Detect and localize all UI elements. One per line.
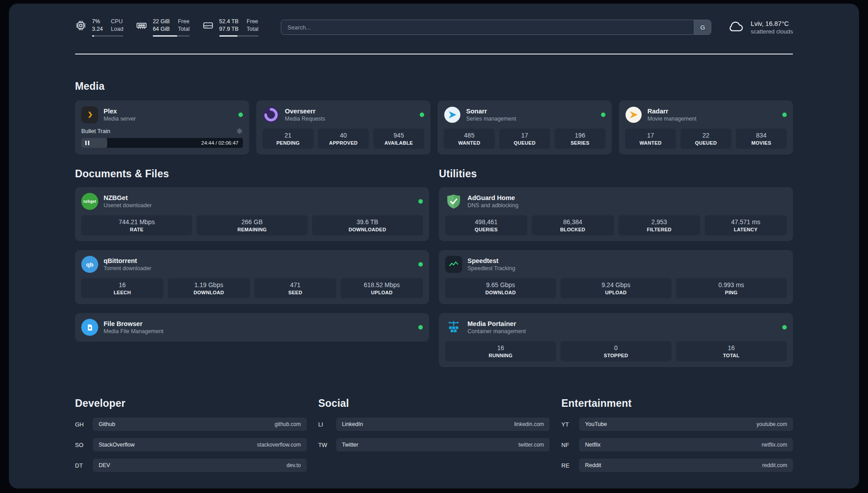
stat-tile: 22 QUEUED	[680, 129, 731, 149]
stat-value: 0.993 ms	[678, 281, 785, 288]
memory-icon	[136, 20, 147, 31]
bookmark-abbr: SO	[75, 442, 93, 448]
sonarr-card[interactable]: Sonarr Series management 485 WANTED 17 Q…	[438, 100, 612, 155]
nzbget-card[interactable]: nzbget NZBGet Usenet downloader 744.21 M…	[75, 187, 429, 241]
stat-label: UPLOAD	[342, 290, 421, 295]
overseerr-card[interactable]: Overseerr Media Requests 21 PENDING 40 A…	[256, 100, 430, 155]
stat-tile: 471 SEED	[255, 278, 337, 298]
stat-tile: 39.6 TB DOWNLOADED	[312, 215, 423, 235]
stat-value: 2,953	[620, 218, 699, 226]
bookmark-reddit[interactable]: Reddit reddit.com	[579, 459, 793, 472]
stat-label: MOVIES	[738, 140, 785, 146]
plex-card[interactable]: Plex Media server Bullet Train 24:44 / 0…	[75, 100, 249, 155]
speedtest-card[interactable]: Speedtest Speedtest Tracking 9.65 Gbps D…	[439, 250, 793, 304]
bookmark-name: Github	[99, 421, 115, 427]
stat-label: RATE	[83, 227, 190, 232]
filebrowser-status-dot	[418, 325, 423, 330]
utilities-section-heading: Utilities	[439, 168, 793, 180]
bookmark-url: netflix.com	[762, 442, 787, 448]
bookmark-youtube[interactable]: YouTube youtube.com	[579, 418, 793, 431]
stat-tile: 945 AVAILABLE	[373, 129, 424, 149]
stat-tile: 16 LEECH	[81, 278, 163, 298]
nzbget-title: NZBGet	[104, 194, 152, 201]
stat-label: DOWNLOADED	[314, 227, 421, 232]
bookmark-abbr: DT	[75, 462, 93, 469]
stat-tile: 47.571 ms LATENCY	[705, 215, 787, 235]
adguard-card[interactable]: AdGuard Home DNS and adblocking 498,461 …	[439, 187, 793, 241]
bookmark-twitter[interactable]: Twitter twitter.com	[336, 438, 550, 451]
stat-value: 22	[682, 132, 730, 139]
stat-value: 47.571 ms	[706, 218, 785, 226]
bookmark-name: Twitter	[342, 442, 359, 448]
radarr-subtitle: Movie management	[647, 116, 697, 122]
bookmark-row: GH Github github.com	[75, 418, 307, 431]
search-input[interactable]	[281, 20, 694, 34]
speedtest-subtitle: Speedtest Tracking	[467, 265, 515, 272]
stat-value: 16	[83, 281, 162, 288]
stat-value: 9.65 Gbps	[447, 281, 554, 288]
bookmark-row: NF Netflix netflix.com	[561, 438, 793, 451]
stat-label: PENDING	[264, 140, 312, 146]
bookmark-abbr: TW	[318, 442, 336, 448]
bookmark-stackoverflow[interactable]: StackOverflow stackoverflow.com	[93, 438, 307, 451]
bookmark-url: linkedin.com	[514, 421, 544, 427]
media-grid: Plex Media server Bullet Train 24:44 / 0…	[75, 100, 793, 155]
disk-total-value: 97.9 TB	[219, 25, 239, 33]
stat-value: 744.21 Mbps	[83, 218, 190, 226]
sonarr-icon	[444, 106, 461, 123]
playback-progress-bar: 24:44 / 02:06:47	[81, 138, 243, 148]
bookmark-name: DEV	[99, 462, 110, 468]
plex-title: Plex	[104, 108, 136, 115]
portainer-title: Media Portainer	[467, 320, 526, 327]
nzbget-icon: nzbget	[81, 193, 98, 210]
filebrowser-title: File Browser	[104, 320, 163, 327]
stat-label: TOTAL	[678, 353, 785, 358]
developer-heading: Developer	[75, 397, 307, 409]
stat-value: 86,384	[534, 218, 612, 226]
bookmark-url: reddit.com	[762, 462, 787, 468]
stat-value: 21	[264, 132, 312, 139]
stat-label: AVAILABLE	[375, 140, 422, 146]
stat-value: 1.19 Gbps	[170, 281, 248, 288]
disk-widget: 52.4 TB Free 97.9 TB Total	[202, 18, 259, 37]
bookmark-linkedin[interactable]: LinkedIn linkedin.com	[336, 418, 550, 431]
qbittorrent-icon: qb	[81, 256, 98, 273]
utilities-column: Utilities AdGuard Home DNS and adblockin…	[439, 168, 793, 376]
stat-tile: 21 PENDING	[263, 129, 313, 149]
bookmark-abbr: RE	[561, 462, 579, 469]
bookmark-name: LinkedIn	[342, 421, 363, 427]
bookmark-url: github.com	[275, 421, 301, 427]
adguard-subtitle: DNS and adblocking	[467, 202, 518, 209]
filebrowser-card[interactable]: File Browser Media File Management	[75, 313, 429, 342]
sonarr-title: Sonarr	[466, 108, 516, 115]
stat-value: 16	[678, 344, 785, 351]
cloud-icon	[726, 18, 745, 36]
bookmark-row: YT YouTube youtube.com	[561, 418, 793, 431]
stat-label: QUERIES	[447, 227, 526, 232]
stat-value: 945	[375, 132, 422, 139]
cpu-progress-bar	[92, 35, 123, 37]
radarr-card[interactable]: Radarr Movie management 17 WANTED 22 QUE…	[619, 100, 793, 155]
stat-tile: 9.24 Gbps UPLOAD	[560, 278, 671, 298]
qbittorrent-card[interactable]: qb qBittorrent Torrent downloader 16 LEE…	[75, 250, 429, 304]
stat-value: 498,461	[447, 218, 526, 226]
search-provider-button[interactable]: G	[694, 20, 711, 34]
stat-value: 471	[256, 281, 335, 288]
stat-value: 17	[501, 132, 548, 139]
stat-tile: 86,384 BLOCKED	[532, 215, 614, 235]
bookmark-name: StackOverflow	[99, 442, 135, 448]
bookmark-netflix[interactable]: Netflix netflix.com	[579, 438, 793, 451]
bookmark-dev[interactable]: DEV dev.to	[93, 459, 307, 472]
documents-section-heading: Documents & Files	[75, 168, 429, 180]
cpu-widget: 7% CPU 3.24 Load	[75, 18, 123, 37]
stat-value: 618.52 Mbps	[342, 281, 421, 288]
portainer-card[interactable]: Media Portainer Container management 16 …	[439, 313, 793, 367]
weather-location: Lviv, 16.87°C	[751, 20, 793, 27]
memory-total-value: 64 GiB	[153, 25, 170, 33]
stat-tile: 17 WANTED	[625, 129, 676, 149]
gear-icon[interactable]	[236, 128, 243, 134]
bookmark-github[interactable]: Github github.com	[93, 418, 307, 431]
weather-widget: Lviv, 16.87°C scattered clouds	[726, 18, 793, 36]
stat-label: SERIES	[556, 140, 604, 146]
social-heading: Social	[318, 397, 550, 409]
